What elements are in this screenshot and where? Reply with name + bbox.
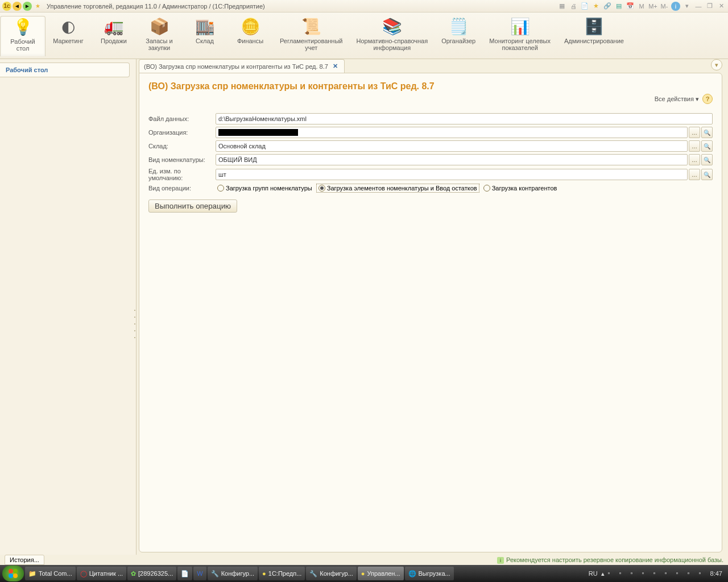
radio-elements[interactable]: Загрузка элементов номенклатуры и Ввод о… <box>316 184 479 193</box>
ribbon-admin[interactable]: 🗄️Администрирование <box>557 16 631 56</box>
nav-fwd-icon[interactable]: ► <box>23 2 32 11</box>
tb-fav-icon[interactable]: ★ <box>592 2 601 11</box>
ribbon-warehouse[interactable]: 🏬Склад <box>182 16 228 56</box>
desktop-icon: 💡 <box>11 16 35 37</box>
tray-icon[interactable]: ▫ <box>688 569 696 577</box>
org-value-redacted <box>218 129 298 136</box>
row-unit: Ед. изм. по умолчанию: … 🔍 <box>148 168 713 181</box>
minimize-button[interactable]: — <box>694 2 703 11</box>
warehouse-icon: 🏬 <box>193 16 217 36</box>
task-item[interactable]: ●1С:Предп... <box>259 567 305 580</box>
titlebar-right: ▦ 🖨 📄 ★ 🔗 ▤ 📅 M M+ M- i ▾ — ❐ ✕ <box>557 2 726 11</box>
tray-icon[interactable]: ▫ <box>608 569 616 577</box>
radio-contractors[interactable]: Загрузка контрагентов <box>482 184 559 192</box>
task-item[interactable]: ◯Цитатник ... <box>77 567 126 580</box>
ribbon-finance[interactable]: 🪙Финансы <box>228 16 273 56</box>
tb-info-icon[interactable]: i <box>671 2 680 11</box>
splitter-handle[interactable] <box>133 307 136 341</box>
unit-search-button[interactable]: 🔍 <box>701 169 713 180</box>
ribbon-sales[interactable]: 🚛Продажи <box>91 16 136 56</box>
tray-icon[interactable]: ▫ <box>653 569 661 577</box>
task-item[interactable]: 🌐Выгрузка... <box>405 567 454 580</box>
ribbon-desktop[interactable]: 💡Рабочий стол <box>0 16 46 56</box>
task-item[interactable]: 📄 <box>177 567 192 580</box>
tabstrip: (ВО) Загрузка спр номенклатуры и контраг… <box>139 59 722 73</box>
status-tip: iРекомендуется настроить резервное копир… <box>497 556 723 564</box>
close-button[interactable]: ✕ <box>717 2 726 11</box>
collapse-button[interactable]: ▾ <box>711 59 722 70</box>
clock[interactable]: 8:47 <box>710 570 722 577</box>
org-select-button[interactable]: … <box>689 127 700 138</box>
tray-icon[interactable]: ▫ <box>699 569 707 577</box>
task-icon: 🔧 <box>309 570 317 577</box>
nomtype-search-button[interactable]: 🔍 <box>701 154 713 165</box>
form-panel: (ВО) Загрузка спр номенклатуры и контраг… <box>139 73 722 552</box>
warehouse-input[interactable] <box>216 140 688 152</box>
row-nomtype: Вид номенклатуры: … 🔍 <box>148 154 713 165</box>
tb-calc-icon[interactable]: ▤ <box>614 2 623 11</box>
ribbon-reference[interactable]: 📚Нормативно-справочная информация <box>350 16 435 56</box>
tb-print-icon[interactable]: 🖨 <box>569 2 578 11</box>
org-search-button[interactable]: 🔍 <box>701 127 713 138</box>
ribbon-regaccounting[interactable]: 📜Регламентированный учет <box>273 16 350 56</box>
tray-icon[interactable]: ▫ <box>676 569 684 577</box>
tb-m[interactable]: M <box>637 2 646 11</box>
file-input[interactable] <box>216 113 713 124</box>
page-title: (ВО) Загрузка спр номенклатуры и контраг… <box>148 81 713 92</box>
task-item[interactable]: 📁Total Com... <box>25 567 76 580</box>
tb-grid-icon[interactable]: ▦ <box>557 2 566 11</box>
ribbon-stock[interactable]: 📦Запасы и закупки <box>136 16 182 56</box>
maximize-button[interactable]: ❐ <box>705 2 714 11</box>
sidebar-tab-desktop[interactable]: Рабочий стол <box>0 63 130 77</box>
tb-mplus[interactable]: M+ <box>648 2 657 11</box>
tray-icon[interactable]: ▫ <box>631 569 639 577</box>
svg-point-2 <box>9 573 13 578</box>
org-input[interactable] <box>216 127 688 138</box>
svg-point-0 <box>9 569 13 573</box>
radio-groups[interactable]: Загрузка групп номенклатуры <box>216 184 314 192</box>
nomtype-select-button[interactable]: … <box>689 154 700 165</box>
star-icon[interactable]: ★ <box>33 2 42 11</box>
tray-icon[interactable]: ▫ <box>642 569 650 577</box>
start-button[interactable] <box>2 566 24 581</box>
admin-icon: 🗄️ <box>582 16 606 36</box>
unit-select-button[interactable]: … <box>689 169 700 180</box>
tray-icon[interactable]: ▫ <box>665 569 673 577</box>
label-optype: Вид операции: <box>148 185 216 192</box>
nav-back-icon[interactable]: ◄ <box>13 2 22 11</box>
ribbon-marketing[interactable]: ◐Маркетинг <box>46 16 91 56</box>
help-icon[interactable]: ? <box>702 94 713 104</box>
marketing-icon: ◐ <box>56 16 80 36</box>
label-org: Организация: <box>148 129 216 136</box>
task-item[interactable]: 🔧Конфигур... <box>208 567 258 580</box>
warehouse-select-button[interactable]: … <box>689 140 700 152</box>
task-item[interactable]: W <box>193 567 206 580</box>
history-button[interactable]: История... <box>5 555 44 565</box>
ribbon-monitoring[interactable]: 📊Мониторинг целевых показателей <box>482 16 557 56</box>
tb-cal-icon[interactable]: 📅 <box>626 2 635 11</box>
document-tab[interactable]: (ВО) Загрузка спр номенклатуры и контраг… <box>139 59 345 73</box>
tb-mminus[interactable]: M- <box>660 2 669 11</box>
tb-doc-icon[interactable]: 📄 <box>580 2 589 11</box>
execute-button[interactable]: Выполнить операцию <box>148 199 237 213</box>
tray-up-icon[interactable]: ▴ <box>601 570 605 577</box>
tb-dropdown-icon[interactable]: ▾ <box>682 2 692 11</box>
tb-link-icon[interactable]: 🔗 <box>603 2 612 11</box>
lang-indicator[interactable]: RU <box>589 570 598 577</box>
tray-icon[interactable]: ▫ <box>619 569 627 577</box>
ribbon-organizer[interactable]: 🗒️Органайзер <box>435 16 482 56</box>
content: (ВО) Загрузка спр номенклатуры и контраг… <box>136 59 728 555</box>
unit-input[interactable] <box>216 169 688 180</box>
window-title: Управление торговлей, редакция 11.0 / Ад… <box>47 3 265 10</box>
task-item[interactable]: ✿[28926325... <box>127 567 176 580</box>
nomtype-input[interactable] <box>216 154 688 165</box>
taskbar: 📁Total Com... ◯Цитатник ... ✿[28926325..… <box>0 565 728 582</box>
task-item[interactable]: 🔧Конфигур... <box>306 567 356 580</box>
task-item-active[interactable]: ●Управлен... <box>358 567 404 580</box>
sales-icon: 🚛 <box>102 16 126 36</box>
system-tray: RU ▴ ▫ ▫ ▫ ▫ ▫ ▫ ▫ ▫ ▫ 8:47 <box>589 569 726 577</box>
all-actions-menu[interactable]: Все действия ▾ <box>655 95 699 103</box>
organizer-icon: 🗒️ <box>446 16 470 36</box>
close-tab-icon[interactable]: ✕ <box>332 63 340 70</box>
warehouse-search-button[interactable]: 🔍 <box>701 140 713 152</box>
